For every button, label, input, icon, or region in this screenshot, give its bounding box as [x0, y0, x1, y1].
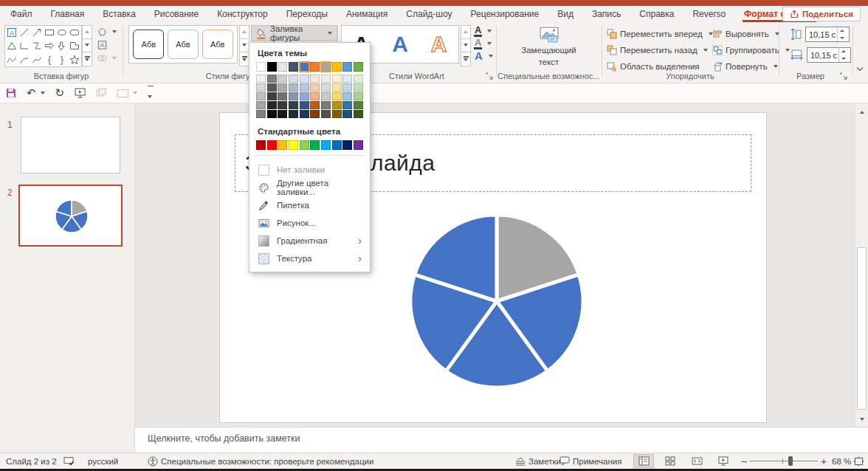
- theme-color-swatch[interactable]: [332, 62, 342, 72]
- standard-color-swatch[interactable]: [332, 140, 342, 150]
- theme-variant-swatch[interactable]: [256, 110, 266, 118]
- theme-variant-swatch[interactable]: [289, 92, 298, 100]
- slideshow-view-button[interactable]: [713, 454, 734, 468]
- menu-item-no-fill[interactable]: Нет заливки: [256, 161, 363, 179]
- theme-variant-swatch[interactable]: [342, 92, 352, 100]
- shape-triangle[interactable]: [5, 39, 18, 52]
- shape-style-preview-3[interactable]: Абв: [202, 30, 233, 59]
- shape-arrow-down[interactable]: [56, 39, 69, 52]
- shape-fill-swatch-button[interactable]: [117, 89, 137, 97]
- start-slideshow-button[interactable]: [75, 88, 86, 98]
- theme-variant-swatch[interactable]: [310, 101, 320, 109]
- theme-color-swatch[interactable]: [289, 62, 298, 72]
- standard-color-swatch[interactable]: [267, 140, 277, 150]
- theme-variant-swatch[interactable]: [278, 83, 287, 92]
- theme-color-swatch[interactable]: [256, 62, 266, 72]
- theme-color-swatch[interactable]: [300, 62, 309, 72]
- notes-toggle-button[interactable]: Заметки: [515, 453, 561, 469]
- bring-forward-button[interactable]: Переместить вперед: [607, 27, 713, 41]
- ribbon-tab[interactable]: Конструктор: [217, 9, 267, 19]
- shape-scribble[interactable]: [5, 53, 18, 66]
- theme-variant-swatch[interactable]: [256, 92, 266, 100]
- shape-line[interactable]: [18, 26, 30, 39]
- theme-variant-swatch[interactable]: [289, 75, 298, 83]
- ribbon-tab[interactable]: Reverso: [692, 9, 726, 19]
- theme-variant-swatch[interactable]: [300, 83, 309, 92]
- theme-variant-swatch[interactable]: [278, 101, 287, 109]
- theme-variant-swatch[interactable]: [267, 101, 277, 109]
- redo-button[interactable]: ↻: [55, 86, 65, 100]
- theme-variant-swatch[interactable]: [321, 75, 331, 83]
- theme-variant-swatch[interactable]: [354, 110, 363, 118]
- theme-color-swatch[interactable]: [321, 62, 331, 72]
- shape-rectangle[interactable]: [44, 26, 56, 39]
- menu-item-gradient[interactable]: Градиентная›: [256, 232, 363, 250]
- theme-color-swatch[interactable]: [310, 62, 320, 72]
- comments-toggle-button[interactable]: Примечания: [559, 453, 621, 469]
- ribbon-tab[interactable]: Рисование: [154, 9, 199, 19]
- width-spinner[interactable]: [838, 48, 848, 62]
- ribbon-tab[interactable]: Справка: [639, 9, 674, 19]
- normal-view-button[interactable]: [633, 454, 654, 468]
- shape-arc[interactable]: [18, 53, 30, 66]
- theme-variant-swatch[interactable]: [342, 83, 352, 92]
- theme-variant-swatch[interactable]: [310, 92, 320, 100]
- theme-variant-swatch[interactable]: [278, 110, 287, 118]
- reading-view-button[interactable]: [686, 454, 707, 468]
- text-box-button[interactable]: A: [95, 38, 122, 52]
- ribbon-tab[interactable]: Запись: [592, 9, 621, 19]
- shape-curve[interactable]: [30, 53, 43, 66]
- theme-variant-swatch[interactable]: [354, 83, 363, 92]
- gallery-more-button[interactable]: [82, 52, 92, 66]
- standard-color-swatch[interactable]: [278, 140, 287, 150]
- spell-check-button[interactable]: [63, 453, 74, 469]
- shape-width-input[interactable]: [807, 50, 838, 61]
- theme-variant-swatch[interactable]: [289, 110, 298, 118]
- send-backward-button[interactable]: Переместить назад: [607, 43, 713, 57]
- text-fill-button[interactable]: А: [474, 24, 493, 37]
- ribbon-tab[interactable]: Вид: [557, 9, 574, 19]
- height-spinner[interactable]: [837, 27, 847, 41]
- theme-variant-swatch[interactable]: [321, 83, 331, 92]
- theme-variant-swatch[interactable]: [278, 75, 287, 83]
- wordart-more-button[interactable]: [461, 52, 471, 66]
- theme-variant-swatch[interactable]: [321, 101, 331, 109]
- theme-variant-swatch[interactable]: [267, 110, 277, 118]
- shape-elbow-connector[interactable]: [18, 39, 30, 52]
- standard-color-swatch[interactable]: [321, 140, 331, 150]
- theme-variant-swatch[interactable]: [332, 75, 342, 83]
- ribbon-tab[interactable]: Слайд-шоу: [406, 9, 452, 19]
- theme-variant-swatch[interactable]: [267, 83, 277, 92]
- shape-arrow-line[interactable]: [30, 26, 43, 39]
- theme-variant-swatch[interactable]: [289, 101, 298, 109]
- shape-width-field[interactable]: [807, 47, 851, 63]
- theme-variant-swatch[interactable]: [354, 75, 363, 83]
- zoom-in-button[interactable]: +: [821, 453, 827, 469]
- text-effects-button[interactable]: А: [474, 49, 493, 62]
- standard-color-swatch[interactable]: [310, 140, 320, 150]
- theme-variant-swatch[interactable]: [342, 110, 352, 118]
- wordart-style-3[interactable]: А: [431, 33, 447, 55]
- pie-chart[interactable]: [404, 209, 589, 393]
- shape-fill-button[interactable]: Заливка фигуры: [251, 25, 337, 41]
- wordart-style-2[interactable]: А: [392, 33, 408, 55]
- text-outline-button[interactable]: А: [474, 37, 493, 49]
- shape-freeform[interactable]: [30, 39, 43, 52]
- theme-variant-swatch[interactable]: [300, 101, 309, 109]
- theme-variant-swatch[interactable]: [310, 83, 320, 92]
- theme-variant-swatch[interactable]: [354, 101, 363, 109]
- ribbon-tab[interactable]: Переходы: [286, 9, 328, 19]
- theme-variant-swatch[interactable]: [256, 75, 266, 83]
- scrollbar-thumb[interactable]: [857, 247, 867, 410]
- standard-color-swatch[interactable]: [256, 140, 266, 150]
- theme-variant-swatch[interactable]: [267, 75, 277, 83]
- theme-variant-swatch[interactable]: [332, 110, 342, 118]
- wordart-dialog-launcher[interactable]: [486, 72, 494, 80]
- theme-variant-swatch[interactable]: [256, 101, 266, 109]
- ribbon-tab[interactable]: Файл: [10, 9, 32, 19]
- shape-arrow-right[interactable]: [44, 39, 56, 52]
- zoom-slider[interactable]: [750, 453, 818, 469]
- theme-variant-swatch[interactable]: [300, 92, 309, 100]
- shape-style-preview-1[interactable]: Абв: [133, 30, 164, 59]
- standard-color-swatch[interactable]: [354, 140, 363, 150]
